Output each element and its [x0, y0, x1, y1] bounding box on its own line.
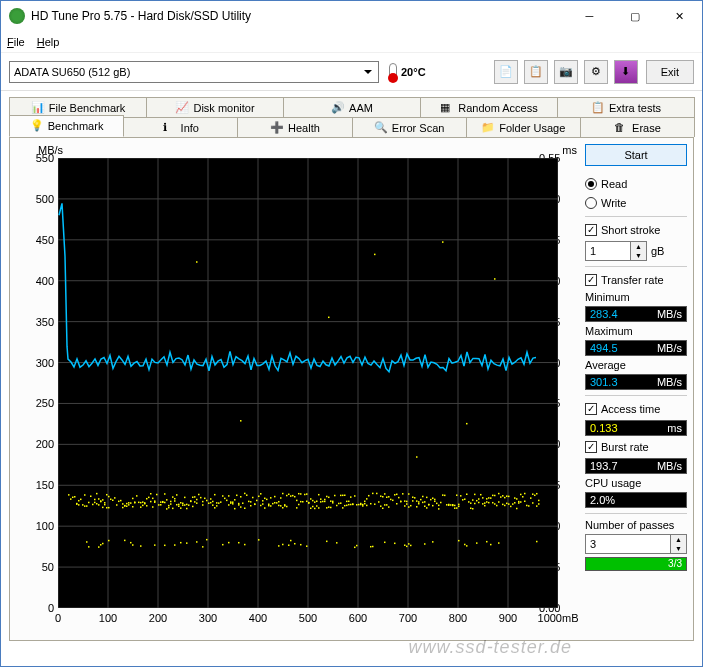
svg-rect-363 [430, 499, 432, 501]
svg-rect-217 [278, 545, 280, 547]
burst-rate-check[interactable]: Burst rate [585, 439, 687, 455]
svg-rect-433 [506, 495, 508, 497]
svg-rect-301 [364, 503, 366, 505]
svg-rect-458 [536, 541, 538, 543]
svg-rect-70 [124, 505, 126, 507]
svg-rect-156 [210, 498, 212, 500]
svg-rect-92 [146, 498, 148, 500]
svg-rect-261 [324, 499, 326, 501]
svg-rect-63 [114, 497, 116, 499]
svg-rect-126 [180, 502, 182, 504]
extra-icon: 📋 [591, 101, 605, 115]
svg-rect-30 [78, 504, 80, 506]
svg-rect-413 [486, 501, 488, 503]
svg-rect-440 [514, 502, 516, 504]
read-radio[interactable]: Read [585, 176, 687, 192]
svg-rect-53 [102, 543, 104, 545]
spin-up-icon[interactable]: ▲ [671, 535, 686, 544]
burst-rate-value: 193.7MB/s [585, 458, 687, 474]
svg-rect-355 [422, 502, 424, 504]
svg-rect-186 [242, 502, 244, 504]
spin-down-icon[interactable]: ▼ [671, 544, 686, 553]
close-button[interactable]: ✕ [657, 1, 702, 31]
tab-folder-usage[interactable]: 📁Folder Usage [466, 117, 581, 137]
save-icon[interactable]: ⬇ [614, 60, 638, 84]
svg-rect-428 [500, 496, 502, 498]
window-title: HD Tune Pro 5.75 - Hard Disk/SSD Utility [31, 9, 567, 23]
svg-rect-417 [490, 497, 492, 499]
maximize-button[interactable]: ▢ [612, 1, 657, 31]
tab-info[interactable]: ℹInfo [123, 117, 238, 137]
svg-rect-419 [492, 495, 494, 497]
svg-rect-123 [176, 504, 178, 506]
svg-rect-77 [130, 542, 132, 544]
svg-rect-218 [280, 497, 282, 499]
svg-rect-374 [442, 241, 444, 243]
minimize-button[interactable]: ─ [567, 1, 612, 31]
svg-rect-175 [232, 503, 234, 505]
copy-info-icon[interactable]: 📋 [524, 60, 548, 84]
svg-rect-389 [460, 495, 462, 497]
access-time-check[interactable]: Access time [585, 401, 687, 417]
svg-rect-178 [234, 508, 236, 510]
svg-rect-396 [468, 501, 470, 503]
svg-rect-365 [432, 505, 434, 507]
tab-benchmark[interactable]: 💡Benchmark [9, 115, 124, 137]
copy-text-icon[interactable]: 📄 [494, 60, 518, 84]
y-axis-right-unit: ms [562, 144, 577, 156]
svg-rect-409 [482, 503, 484, 505]
spin-down-icon[interactable]: ▼ [631, 251, 646, 260]
average-label: Average [585, 359, 687, 371]
svg-rect-394 [466, 545, 468, 547]
screenshot-icon[interactable]: 📷 [554, 60, 578, 84]
svg-rect-330 [398, 497, 400, 499]
write-radio[interactable]: Write [585, 195, 687, 211]
svg-rect-152 [204, 498, 206, 500]
svg-rect-220 [282, 493, 284, 495]
tab-disk-monitor[interactable]: 📈Disk monitor [146, 97, 284, 117]
svg-rect-387 [458, 504, 460, 506]
spin-up-icon[interactable]: ▲ [631, 242, 646, 251]
tab-error-scan[interactable]: 🔍Error Scan [352, 117, 467, 137]
menu-file[interactable]: File [7, 36, 25, 48]
svg-rect-79 [132, 506, 134, 508]
svg-rect-383 [454, 507, 456, 509]
tab-health[interactable]: ➕Health [237, 117, 352, 137]
tab-erase[interactable]: 🗑Erase [580, 117, 695, 137]
svg-rect-28 [76, 503, 78, 505]
tab-aam[interactable]: 🔊AAM [283, 97, 421, 117]
short-stroke-check[interactable]: Short stroke [585, 222, 687, 238]
svg-rect-325 [392, 500, 394, 502]
x-ticks: 01002003004005006007008009001000mB [58, 610, 568, 626]
passes-input[interactable] [585, 534, 671, 554]
svg-rect-133 [186, 504, 188, 506]
svg-rect-455 [534, 495, 536, 497]
svg-rect-146 [196, 261, 198, 263]
menu-help[interactable]: Help [37, 36, 60, 48]
svg-rect-456 [536, 493, 538, 495]
start-button[interactable]: Start [585, 144, 687, 166]
tab-file-benchmark[interactable]: 📊File Benchmark [9, 97, 147, 117]
short-stroke-spinner[interactable]: ▲▼ [585, 241, 647, 261]
svg-rect-447 [522, 496, 524, 498]
svg-rect-302 [366, 498, 368, 500]
svg-rect-270 [330, 507, 332, 509]
tab-random-access[interactable]: ▦Random Access [420, 97, 558, 117]
drive-selector[interactable]: ADATA SU650 (512 gB) [9, 61, 379, 83]
passes-spinner[interactable]: ▲▼ [585, 534, 687, 554]
svg-rect-276 [338, 503, 340, 505]
disk-monitor-icon: 📈 [175, 101, 189, 115]
svg-rect-322 [388, 496, 390, 498]
svg-rect-188 [244, 507, 246, 509]
settings-icon[interactable]: ⚙ [584, 60, 608, 84]
transfer-rate-check[interactable]: Transfer rate [585, 272, 687, 288]
svg-rect-262 [324, 501, 326, 503]
short-stroke-input[interactable] [585, 241, 631, 261]
svg-rect-305 [370, 503, 372, 505]
svg-rect-248 [310, 498, 312, 500]
svg-rect-287 [350, 496, 352, 498]
tab-extra-tests[interactable]: 📋Extra tests [557, 97, 695, 117]
svg-rect-140 [192, 506, 194, 508]
exit-button[interactable]: Exit [646, 60, 694, 84]
svg-rect-457 [536, 505, 538, 507]
